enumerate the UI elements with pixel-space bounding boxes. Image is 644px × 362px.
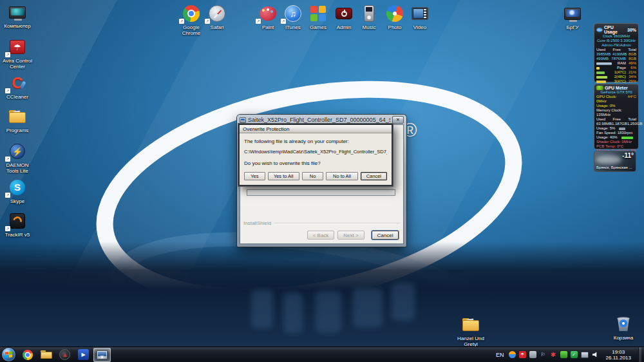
tray-network-icon[interactable] bbox=[581, 352, 589, 358]
intel-logo-icon: intel bbox=[596, 28, 603, 32]
gpu-temp: 44°C bbox=[628, 95, 636, 104]
desktop-icon-label: CCleaner bbox=[0, 94, 35, 100]
dialog-file-path: C:\Windows\temp\MadCatz\Saitek_X52Pro_Fl… bbox=[244, 149, 387, 155]
show-desktop-button[interactable] bbox=[638, 347, 641, 362]
gpu-gadget-title: GPU Meter bbox=[605, 86, 628, 90]
next-button: Next > bbox=[337, 231, 365, 240]
tray-avira-icon[interactable]: ☂ bbox=[519, 351, 526, 358]
tray-antivirus-status-icon[interactable]: ✓ bbox=[571, 351, 578, 358]
ram-label: RAM bbox=[613, 61, 626, 66]
gpu-pcb-temp: PCB Temp: 0°C bbox=[596, 144, 636, 149]
close-icon: ✕ bbox=[396, 117, 400, 122]
play-icon: ▶ bbox=[81, 352, 85, 357]
page-label: Page bbox=[601, 66, 626, 70]
nvidia-logo-icon bbox=[596, 86, 603, 90]
shortcut-arrow-icon: ↗ bbox=[5, 52, 10, 57]
cpu-usage-value: 30% bbox=[627, 28, 636, 32]
wallpaper-reflection bbox=[392, 283, 415, 321]
shortcut-arrow-icon: ↗ bbox=[179, 19, 184, 24]
dialog-title-bar[interactable]: Overwrite Protection bbox=[240, 125, 392, 133]
wallpaper-reflection bbox=[316, 291, 341, 332]
mem-used: 3985MB bbox=[596, 52, 611, 57]
tray-update-icon[interactable] bbox=[529, 351, 536, 358]
chrome-icon bbox=[183, 5, 200, 22]
shortcut-arrow-icon: ↗ bbox=[5, 193, 10, 198]
yes-button[interactable]: Yes bbox=[244, 172, 265, 180]
page-pct: 6% bbox=[627, 66, 636, 70]
desktop-icon-label: БрГУ bbox=[555, 24, 590, 30]
taskbar-clock[interactable]: 19:03 26.11.2013 bbox=[606, 349, 631, 361]
close-button[interactable]: ✕ bbox=[392, 116, 404, 124]
tray-nvidia-icon[interactable] bbox=[560, 351, 567, 358]
shortcut-arrow-icon: ↗ bbox=[5, 157, 10, 162]
video-icon bbox=[412, 7, 428, 20]
dialog-question: Do you wish to overwrite this file? bbox=[244, 160, 387, 166]
page-bar bbox=[596, 67, 600, 70]
fan-usage-bar bbox=[621, 137, 633, 139]
desktop-icon-computer[interactable]: Компьютер bbox=[0, 3, 35, 29]
installshield-window-icon bbox=[240, 117, 246, 123]
paint-icon bbox=[260, 6, 276, 21]
tray-volume-icon[interactable] bbox=[592, 351, 599, 358]
windows-logo-icon bbox=[5, 351, 12, 357]
taskbar-media-button[interactable]: ▶ bbox=[75, 348, 92, 362]
mem-free: 4190MB bbox=[612, 52, 627, 57]
col-free: Free bbox=[612, 48, 620, 52]
tray-weather-icon[interactable] bbox=[509, 351, 516, 358]
taskbar-explorer-button[interactable] bbox=[37, 348, 55, 362]
start-button[interactable] bbox=[2, 348, 15, 361]
wizard-window-title: Saitek_X52Pro_Flight_Controller_SD7_0000… bbox=[248, 117, 390, 123]
media-player-icon: ▶ bbox=[78, 349, 89, 360]
desktop-icon-label: Video bbox=[402, 24, 437, 30]
folder-icon bbox=[9, 110, 26, 123]
desktop-icon-programs[interactable]: Programs bbox=[0, 107, 35, 133]
wallpaper-reflection bbox=[353, 289, 383, 327]
desktop-icon-avira[interactable]: ☂↗ Avira Control Center bbox=[0, 37, 35, 70]
shortcut-arrow-icon: ↗ bbox=[5, 88, 10, 93]
admin-icon bbox=[336, 8, 352, 19]
tray-action-center-icon[interactable]: ⚐ bbox=[540, 351, 547, 358]
yes-to-all-button[interactable]: Yes to All bbox=[268, 172, 299, 180]
computer-icon bbox=[9, 6, 26, 19]
tray-daemon-icon[interactable]: ✱ bbox=[550, 351, 557, 358]
core2-bar bbox=[596, 76, 607, 79]
vram-usage-bar bbox=[619, 128, 625, 130]
taskbar: ▶ EN ☂ ⚐ ✱ ✓ 19:03 26.11.2013 bbox=[0, 347, 644, 362]
desktop-icon-video[interactable]: Video bbox=[402, 4, 437, 30]
gpu-mem-clock: Memory Clock: 135MHz bbox=[596, 108, 636, 117]
desktop-icon-skype[interactable]: S↗ Skype bbox=[0, 178, 35, 204]
desktop-icon-hanzel-folder[interactable]: Hanzel Und Gretyl bbox=[453, 315, 488, 347]
core1-label: 1(47C) bbox=[606, 70, 626, 75]
shortcut-arrow-icon: ↗ bbox=[281, 19, 286, 24]
no-to-all-button[interactable]: No to All bbox=[326, 172, 357, 180]
taskbar-wot-button[interactable] bbox=[56, 348, 73, 362]
taskbar-installshield-button-active[interactable] bbox=[93, 348, 111, 362]
language-indicator[interactable]: EN bbox=[496, 352, 504, 358]
wallpaper-reflection bbox=[283, 293, 303, 333]
core3-pct: 29% bbox=[627, 79, 636, 84]
installshield-brand-label: InstallShield bbox=[243, 220, 271, 226]
wizard-title-bar[interactable]: Saitek_X52Pro_Flight_Controller_SD7_0000… bbox=[237, 115, 406, 124]
taskbar-chrome-button[interactable] bbox=[19, 348, 36, 362]
dialog-cancel-button[interactable]: Cancel bbox=[361, 172, 387, 180]
wizard-cancel-button[interactable]: Cancel bbox=[372, 231, 399, 240]
desktop-icon-label: Компьютер bbox=[0, 23, 35, 29]
mem-total: 8GB bbox=[629, 57, 636, 61]
desktop-icon-brgu[interactable]: БрГУ bbox=[555, 4, 590, 30]
desktop-icon-label: DAEMON Tools Lite bbox=[0, 162, 35, 174]
desktop-icon-label: Avira Control Center bbox=[0, 58, 35, 70]
vram-used: 63.98MB bbox=[596, 122, 612, 126]
desktop-icon-trackir[interactable]: ↗ TrackIR v5 bbox=[0, 211, 35, 238]
desktop-icon-ccleaner[interactable]: C↗ CCleaner bbox=[0, 73, 35, 100]
cloud-icon bbox=[596, 155, 621, 164]
daemon-tools-icon: ⚡ bbox=[10, 144, 25, 159]
desktop-icon-daemon-tools[interactable]: ⚡↗ DAEMON Tools Lite bbox=[0, 142, 35, 174]
desktop-icon-recycle-bin[interactable]: Корзина bbox=[606, 314, 641, 341]
weather-gadget[interactable]: -11° Брянск, Брянская ... bbox=[594, 151, 636, 172]
cpu-usage-gadget[interactable]: intel CPU Usage 30% Clock 3601MHz Core i… bbox=[594, 23, 639, 82]
gpu-meter-gadget[interactable]: GPU Meter GeForce GTX 570 GPU Clock: 0MH… bbox=[594, 84, 639, 149]
no-button[interactable]: No bbox=[302, 172, 324, 180]
core3-bar bbox=[596, 81, 606, 83]
overwrite-protection-dialog: Overwrite Protection The following file … bbox=[238, 124, 393, 186]
desktop-icon-safari[interactable]: ↗ Safari bbox=[200, 4, 234, 30]
